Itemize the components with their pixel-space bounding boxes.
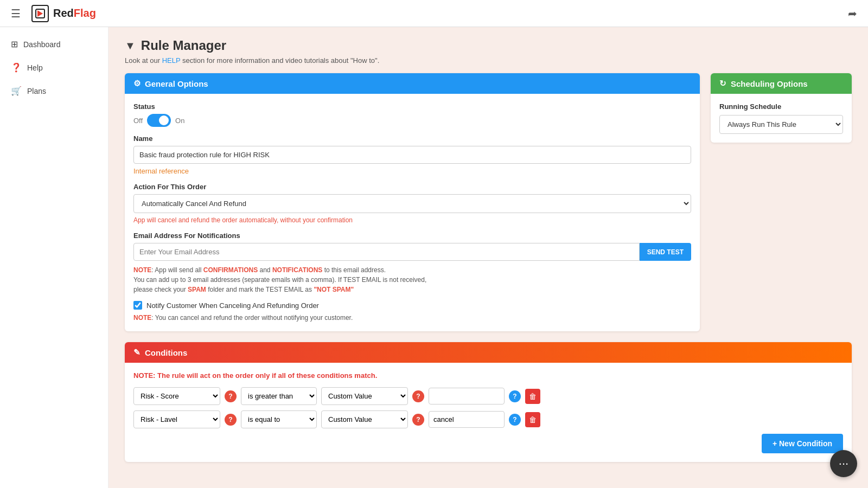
general-options-header: ⚙ General Options [125, 73, 700, 94]
condition-field-select-2[interactable]: Risk - Lavel Risk - Score Order Total IP… [133, 410, 220, 428]
conditions-section: ✎ Conditions NOTE: The rule will act on … [125, 342, 852, 462]
valuetype-help-icon-2[interactable]: ? [412, 414, 424, 426]
email-note: NOTE: App will send all CONFIRMATIONS an… [133, 265, 691, 294]
condition-value-input-2[interactable] [429, 411, 505, 428]
value-help-icon-2[interactable]: ? [509, 414, 521, 426]
svg-marker-1 [37, 10, 43, 17]
pencil-icon: ✎ [133, 348, 141, 357]
top-navigation: ☰ RedFlag ➦ [0, 0, 868, 27]
action-select[interactable]: Automatically Cancel And Refund Flag For… [133, 194, 691, 213]
condition-valuetype-select-2[interactable]: Custom Value Fixed Value [321, 410, 408, 428]
help-icon: ❓ [11, 62, 22, 73]
notify-note: NOTE: You can cancel and refund the orde… [133, 313, 691, 323]
condition-delete-button-1[interactable]: 🗑 [525, 389, 540, 404]
send-test-button[interactable]: SEND TEST [640, 243, 691, 261]
conditions-note: NOTE: The rule will act on the order onl… [133, 371, 843, 380]
toggle-row: Off On [133, 114, 691, 127]
condition-delete-button-2[interactable]: 🗑 [525, 412, 540, 427]
scheduling-options-title: Scheduling Options [731, 79, 808, 88]
condition-row: Risk - Lavel Risk - Score Order Total IP… [133, 410, 843, 428]
action-section: Action For This Order Automatically Canc… [133, 183, 691, 224]
page-title: Rule Manager [141, 38, 226, 53]
notify-checkbox[interactable] [133, 301, 142, 310]
general-options-card: ⚙ General Options Status Off On [125, 73, 700, 331]
general-options-title: General Options [145, 79, 208, 88]
conditions-title: Conditions [145, 348, 187, 357]
toggle-slider [147, 114, 171, 127]
logo-text: RedFlag [53, 7, 96, 20]
note-bold: NOTE [133, 266, 151, 274]
chat-bubble[interactable]: ··· [830, 450, 857, 477]
conditions-header: ✎ Conditions [125, 342, 852, 363]
toggle-off-label: Off [133, 117, 143, 125]
conditions-body: NOTE: The rule will act on the order onl… [125, 363, 852, 462]
notify-label: Notify Customer When Canceling And Refun… [146, 301, 319, 310]
logo-icon [31, 5, 49, 22]
main-content: ▼ Rule Manager Look at our HELP section … [108, 27, 868, 484]
sidebar-item-label: Dashboard [23, 40, 61, 49]
email-input-row: SEND TEST [133, 243, 691, 261]
email-label: Email Address For Notifications [133, 232, 691, 240]
export-icon[interactable]: ➦ [848, 7, 857, 20]
running-schedule-label: Running Schedule [719, 102, 843, 111]
general-options-body: Status Off On Name Internal reference [125, 94, 700, 331]
name-input[interactable] [133, 146, 691, 164]
scheduling-options-header: ↻ Scheduling Options [711, 73, 852, 94]
status-section: Status Off On [133, 102, 691, 127]
sidebar-item-help[interactable]: ❓ Help [0, 56, 108, 79]
notify-checkbox-row: Notify Customer When Canceling And Refun… [133, 301, 691, 310]
internal-reference-link[interactable]: Internal reference [133, 167, 691, 175]
condition-field-select-1[interactable]: Risk - Score Risk - Lavel Order Total IP… [133, 387, 220, 405]
status-label: Status [133, 102, 691, 111]
plans-icon: 🛒 [11, 86, 22, 96]
condition-valuetype-select-1[interactable]: Custom Value Fixed Value [321, 387, 408, 405]
email-input[interactable] [133, 243, 640, 261]
top-layout-row: ⚙ General Options Status Off On [125, 73, 852, 331]
action-label: Action For This Order [133, 183, 691, 191]
gear-icon: ⚙ [133, 79, 141, 88]
name-label: Name [133, 134, 691, 143]
field-help-icon-1[interactable]: ? [225, 390, 237, 402]
toggle-on-label: On [175, 117, 184, 125]
page-header: ▼ Rule Manager [125, 38, 852, 53]
scheduling-options-body: Running Schedule Always Run This Rule Sc… [711, 94, 852, 143]
filter-icon: ▼ [125, 40, 136, 52]
email-section: Email Address For Notifications SEND TES… [133, 232, 691, 294]
field-help-icon-2[interactable]: ? [225, 414, 237, 426]
help-link[interactable]: HELP [162, 56, 181, 65]
page-subtitle: Look at our HELP section for more inform… [125, 56, 852, 65]
nav-left: ☰ RedFlag [11, 5, 96, 22]
dashboard-icon: ⊞ [11, 39, 18, 49]
condition-row: Risk - Score Risk - Lavel Order Total IP… [133, 387, 843, 405]
running-schedule-select[interactable]: Always Run This Rule Scheduled Custom [719, 115, 843, 134]
sidebar-item-plans[interactable]: 🛒 Plans [0, 79, 108, 102]
condition-value-input-1[interactable] [429, 388, 505, 404]
scheduling-options-card: ↻ Scheduling Options Running Schedule Al… [711, 73, 852, 143]
hamburger-menu[interactable]: ☰ [11, 7, 21, 20]
new-condition-row: + New Condition [133, 434, 843, 453]
sidebar: ⊞ Dashboard ❓ Help 🛒 Plans [0, 27, 108, 488]
sidebar-item-dashboard[interactable]: ⊞ Dashboard [0, 33, 108, 56]
value-help-icon-1[interactable]: ? [509, 390, 521, 402]
valuetype-help-icon-1[interactable]: ? [412, 390, 424, 402]
sidebar-item-label: Plans [27, 87, 46, 95]
logo: RedFlag [31, 5, 96, 22]
new-condition-button[interactable]: + New Condition [762, 434, 843, 453]
sidebar-item-label: Help [27, 63, 43, 72]
status-toggle[interactable] [147, 114, 171, 127]
name-section: Name Internal reference [133, 134, 691, 175]
condition-operator-select-1[interactable]: is greater than is less than is equal to… [241, 387, 317, 405]
action-note: App will cancel and refund the order aut… [133, 216, 691, 224]
condition-operator-select-2[interactable]: is equal to is greater than is less than… [241, 410, 317, 428]
clock-icon: ↻ [719, 79, 726, 88]
